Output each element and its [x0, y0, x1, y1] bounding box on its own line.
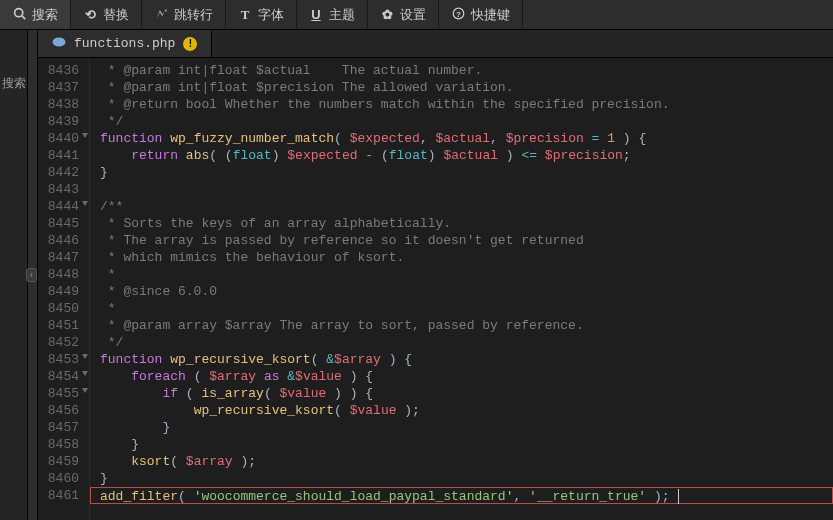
theme-icon: U [309, 7, 323, 22]
toolbar-font[interactable]: T 字体 [226, 0, 297, 29]
search-icon [12, 7, 26, 23]
tab-functions-php[interactable]: functions.php ! [38, 30, 212, 57]
code-line[interactable]: foreach ( $array as &$value ) { [100, 368, 833, 385]
toolbar-replace[interactable]: ⟲ 替换 [71, 0, 142, 29]
fold-marker-icon[interactable] [82, 371, 88, 376]
help-icon: ? [451, 7, 465, 23]
line-number: 8448 [42, 266, 79, 283]
editor-area: functions.php ! 843684378438843984408441… [38, 30, 833, 520]
code-editor[interactable]: 8436843784388439844084418442844384448445… [38, 58, 833, 520]
line-number: 8457 [42, 419, 79, 436]
sidebar-search-label[interactable]: 搜索 [2, 75, 26, 92]
fold-marker-icon[interactable] [82, 201, 88, 206]
svg-point-4 [53, 37, 66, 46]
code-line[interactable]: * The array is passed by reference so it… [100, 232, 833, 249]
line-number: 8436 [42, 62, 79, 79]
fold-marker-icon[interactable] [82, 354, 88, 359]
line-number: 8456 [42, 402, 79, 419]
fold-marker-icon[interactable] [82, 133, 88, 138]
toolbar-font-label: 字体 [258, 6, 284, 24]
line-number: 8452 [42, 334, 79, 351]
line-number: 8460 [42, 470, 79, 487]
line-number: 8443 [42, 181, 79, 198]
fold-marker-icon[interactable] [82, 388, 88, 393]
code-line[interactable]: } [100, 470, 833, 487]
line-number: 8453 [42, 351, 79, 368]
code-line[interactable]: * @param int|float $actual The actual nu… [100, 62, 833, 79]
code-line[interactable]: * Sorts the keys of an array alphabetica… [100, 215, 833, 232]
code-line[interactable]: * which mimics the behaviour of ksort. [100, 249, 833, 266]
line-number: 8445 [42, 215, 79, 232]
code-line[interactable]: return abs( (float) $expected - (float) … [100, 147, 833, 164]
line-number: 8438 [42, 96, 79, 113]
line-number: 8461 [42, 487, 79, 504]
line-number: 8441 [42, 147, 79, 164]
line-number: 8446 [42, 232, 79, 249]
line-number: 8447 [42, 249, 79, 266]
toolbar-search-label: 搜索 [32, 6, 58, 24]
line-number: 8439 [42, 113, 79, 130]
line-number: 8450 [42, 300, 79, 317]
gear-icon: ✿ [380, 7, 394, 22]
code-line[interactable]: */ [100, 334, 833, 351]
code-line[interactable]: ksort( $array ); [100, 453, 833, 470]
line-number: 8444 [42, 198, 79, 215]
line-number: 8454 [42, 368, 79, 385]
code-line[interactable]: if ( is_array( $value ) ) { [100, 385, 833, 402]
sidebar: 搜索 [0, 30, 28, 520]
line-number: 8459 [42, 453, 79, 470]
font-icon: T [238, 7, 252, 23]
code-line[interactable]: function wp_fuzzy_number_match( $expecte… [100, 130, 833, 147]
toolbar-shortcuts-label: 快捷键 [471, 6, 510, 24]
code-line[interactable]: * @return bool Whether the numbers match… [100, 96, 833, 113]
code-line[interactable]: } [100, 419, 833, 436]
code-line[interactable]: add_filter( 'woocommerce_should_load_pay… [90, 487, 833, 504]
goto-icon [154, 7, 168, 23]
code-line[interactable]: * @since 6.0.0 [100, 283, 833, 300]
chevron-left-icon: ‹ [26, 268, 37, 282]
line-number: 8442 [42, 164, 79, 181]
code-line[interactable]: */ [100, 113, 833, 130]
line-number: 8449 [42, 283, 79, 300]
toolbar-goto-label: 跳转行 [174, 6, 213, 24]
toolbar-theme-label: 主题 [329, 6, 355, 24]
toolbar-search[interactable]: 搜索 [0, 0, 71, 29]
line-number: 8440 [42, 130, 79, 147]
toolbar-settings-label: 设置 [400, 6, 426, 24]
warning-icon: ! [183, 37, 197, 51]
code-line[interactable]: * @param array $array The array to sort,… [100, 317, 833, 334]
code-content[interactable]: * @param int|float $actual The actual nu… [90, 58, 833, 520]
code-line[interactable]: * [100, 300, 833, 317]
toolbar-replace-label: 替换 [103, 6, 129, 24]
svg-point-0 [14, 8, 22, 16]
code-line[interactable]: } [100, 436, 833, 453]
line-number: 8458 [42, 436, 79, 453]
svg-line-1 [21, 15, 24, 18]
code-line[interactable]: function wp_recursive_ksort( &$array ) { [100, 351, 833, 368]
toolbar-settings[interactable]: ✿ 设置 [368, 0, 439, 29]
code-line[interactable] [100, 181, 833, 198]
tab-bar: functions.php ! [38, 30, 833, 58]
php-file-icon [52, 37, 66, 51]
code-line[interactable]: } [100, 164, 833, 181]
code-line[interactable]: wp_recursive_ksort( $value ); [100, 402, 833, 419]
line-number: 8455 [42, 385, 79, 402]
toolbar-theme[interactable]: U 主题 [297, 0, 368, 29]
toolbar-goto[interactable]: 跳转行 [142, 0, 226, 29]
svg-text:?: ? [456, 9, 461, 18]
code-line[interactable]: * [100, 266, 833, 283]
code-line[interactable]: * @param int|float $precision The allowe… [100, 79, 833, 96]
replace-icon: ⟲ [83, 7, 97, 22]
sidebar-collapse-handle[interactable]: ‹ [28, 30, 38, 520]
toolbar-shortcuts[interactable]: ? 快捷键 [439, 0, 523, 29]
line-number-gutter: 8436843784388439844084418442844384448445… [38, 58, 90, 520]
line-number: 8451 [42, 317, 79, 334]
toolbar: 搜索 ⟲ 替换 跳转行 T 字体 U 主题 ✿ 设置 ? 快捷键 [0, 0, 833, 30]
main-area: 搜索 ‹ functions.php ! 8436843784388439844… [0, 30, 833, 520]
line-number: 8437 [42, 79, 79, 96]
code-line[interactable]: /** [100, 198, 833, 215]
tab-filename: functions.php [74, 36, 175, 51]
